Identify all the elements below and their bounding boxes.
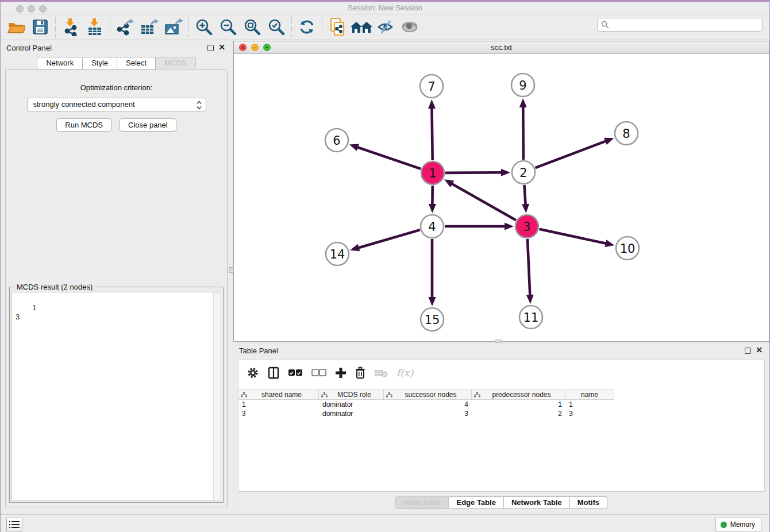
result-scrollbar[interactable] — [213, 292, 221, 500]
close-table-panel-icon[interactable]: ✕ — [756, 346, 763, 354]
zoom-in-button[interactable] — [192, 16, 216, 38]
open-session-button[interactable] — [4, 16, 28, 38]
tab-edge-table[interactable]: Edge Table — [449, 496, 503, 509]
graph-edge-3-1[interactable] — [451, 183, 516, 220]
duplicate-network-icon — [329, 17, 346, 37]
hide-selected-button[interactable] — [374, 16, 398, 38]
column-header-name[interactable]: name — [565, 389, 614, 400]
add-column-button[interactable] — [335, 367, 346, 379]
close-panel-icon[interactable]: ✕ — [218, 43, 225, 51]
graph-edge-arrowhead — [428, 99, 436, 109]
graph-edge-3-11[interactable] — [528, 239, 530, 296]
tab-style[interactable]: Style — [83, 57, 117, 70]
tab-node-table[interactable]: Node Table — [395, 496, 449, 509]
table-settings-button[interactable] — [247, 367, 259, 379]
tab-motifs[interactable]: Motifs — [570, 496, 607, 509]
zoom-fit-icon — [244, 18, 261, 36]
first-neighbors-button[interactable] — [349, 16, 374, 38]
graph-edge-1-6[interactable] — [356, 147, 421, 169]
node-table-body: 1dominator4113dominator323 — [238, 400, 764, 418]
export-image-button[interactable] — [161, 16, 186, 38]
zoom-in-icon — [195, 18, 213, 36]
delete-column-button[interactable] — [355, 367, 365, 379]
column-type-icon — [241, 392, 247, 398]
unchecked-boxes-icon — [311, 369, 326, 377]
table-split-view-button[interactable] — [268, 367, 279, 379]
graph-edge-arrowhead — [505, 223, 514, 230]
network-graph-canvas[interactable]: 7968124314101511 — [234, 54, 769, 341]
export-network-icon — [116, 18, 134, 36]
delete-table-button[interactable] — [374, 368, 388, 377]
save-icon — [32, 18, 49, 36]
column-type-icon — [321, 392, 328, 398]
node-table-header: shared name MCDS role successor nodes pr… — [238, 389, 764, 400]
tab-mcds[interactable]: MCDS — [156, 57, 195, 70]
save-session-button[interactable] — [28, 16, 52, 38]
duplicate-network-button[interactable] — [325, 16, 349, 38]
vertical-splitter-grip[interactable] — [229, 267, 234, 273]
graph-edge-2-3[interactable] — [524, 185, 525, 206]
mcds-result-group: MCDS result (2 nodes) 1 3 — [9, 287, 224, 503]
optimization-criterion-select[interactable]: strongly connected component — [27, 98, 206, 111]
graph-edge-3-10[interactable] — [539, 229, 607, 244]
tab-select[interactable]: Select — [117, 57, 156, 70]
apply-preferred-layout-button[interactable] — [295, 16, 319, 38]
function-builder-button[interactable]: f(x) — [396, 367, 413, 379]
graph-edge-2-8[interactable] — [536, 141, 607, 168]
control-panel: Control Panel ✕ Network Style Select MCD… — [1, 41, 232, 513]
export-image-icon — [164, 18, 183, 36]
export-table-button[interactable] — [137, 16, 161, 38]
search-input[interactable] — [609, 21, 762, 29]
close-panel-button[interactable]: Close panel — [120, 118, 176, 132]
column-header-predecessor-nodes[interactable]: predecessor nodes — [472, 389, 565, 400]
graph-edge-4-14[interactable] — [357, 230, 420, 248]
main-toolbar — [1, 14, 769, 40]
table-cell: 3 — [384, 409, 472, 418]
column-header-shared-name[interactable]: shared name — [238, 389, 319, 400]
mcds-result-values: 1 3 — [16, 303, 36, 321]
import-network-button[interactable] — [59, 16, 83, 38]
deselect-all-columns-button[interactable] — [311, 369, 326, 377]
zoom-selected-button[interactable] — [264, 16, 288, 38]
memory-button[interactable]: Memory — [715, 518, 761, 531]
table-panel-tabs: Node Table Edge Table Network Table Moti… — [233, 496, 769, 509]
float-panel-icon[interactable] — [207, 45, 214, 51]
graph-edge-2-9[interactable] — [523, 106, 523, 160]
table-panel-header: Table Panel ✕ — [233, 344, 769, 358]
column-header-successor-nodes[interactable]: successor nodes — [384, 389, 472, 400]
import-table-button[interactable] — [83, 16, 107, 38]
memory-label: Memory — [730, 521, 755, 529]
select-all-columns-button[interactable] — [288, 369, 303, 377]
table-row[interactable]: 3dominator323 — [238, 409, 764, 418]
table-panel: Table Panel ✕ — [233, 344, 769, 513]
show-all-button[interactable] — [398, 16, 422, 38]
toolbar-separator — [188, 17, 189, 37]
table-cell: 1 — [472, 400, 565, 409]
chevron-up-down-icon — [196, 100, 202, 110]
export-network-button[interactable] — [113, 16, 137, 38]
float-table-panel-icon[interactable] — [745, 348, 751, 354]
column-header-mcds-role[interactable]: MCDS role — [319, 389, 384, 400]
tab-network[interactable]: Network — [37, 57, 83, 70]
table-cell: dominator — [319, 400, 384, 409]
search-box[interactable] — [597, 18, 763, 32]
graph-edge-arrowhead — [349, 144, 359, 151]
table-row[interactable]: 1dominator411 — [238, 400, 764, 409]
graph-edge-arrowhead — [522, 204, 529, 213]
gear-icon — [247, 367, 259, 379]
graph-node-label: 4 — [428, 220, 436, 234]
tab-network-table[interactable]: Network Table — [504, 496, 570, 509]
horizontal-splitter-grip[interactable] — [495, 340, 502, 343]
graph-node-label: 10 — [620, 242, 636, 256]
table-cell: 1 — [565, 400, 614, 409]
zoom-fit-button[interactable] — [240, 16, 264, 38]
graph-edge-1-2[interactable] — [445, 172, 503, 173]
mcds-result-textarea[interactable]: 1 3 — [11, 292, 221, 500]
task-history-button[interactable] — [6, 518, 22, 531]
table-cell: dominator — [319, 409, 384, 418]
graph-edge-1-7[interactable] — [432, 107, 432, 160]
graph-node-label: 9 — [519, 79, 526, 92]
optimization-criterion-value: strongly connected component — [33, 100, 135, 109]
run-mcds-button[interactable]: Run MCDS — [56, 118, 111, 132]
zoom-out-button[interactable] — [216, 16, 240, 38]
